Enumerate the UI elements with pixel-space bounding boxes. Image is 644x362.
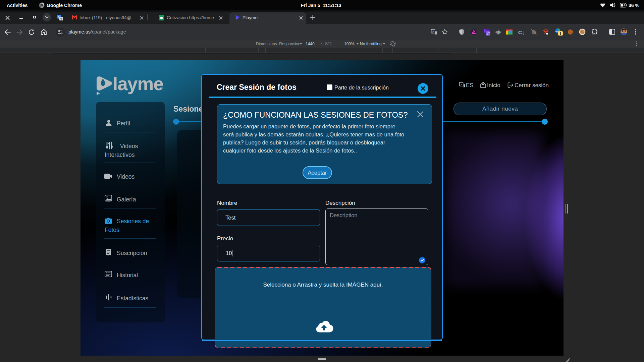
svg-text:layme: layme <box>113 75 163 94</box>
svg-text:C: C <box>535 32 537 34</box>
svg-text:文: 文 <box>60 17 63 20</box>
svg-text:A: A <box>432 30 434 33</box>
svg-text:17: 17 <box>486 32 490 35</box>
svg-text:A: A <box>461 83 463 86</box>
